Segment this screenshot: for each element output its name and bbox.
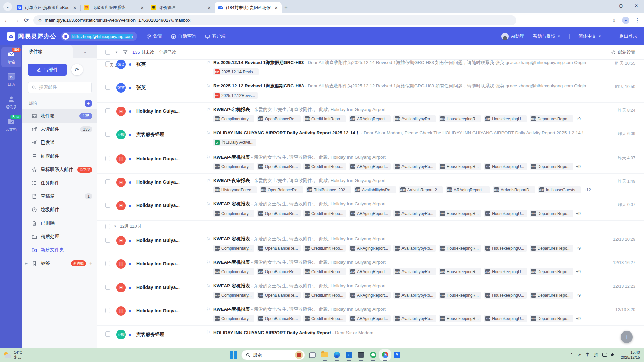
attachment-chip[interactable]: JSONDeparturesRepo... [530,268,573,275]
attachment-chip[interactable]: JSONAvailabilitybyRo... [393,292,436,299]
attachment-chip[interactable]: JSONHousekeepingU... [484,315,527,322]
more-attachments-count[interactable]: +9 [576,164,581,169]
attachment-chip[interactable]: JSONDeparturesRepo... [530,115,573,122]
select-dropdown-icon[interactable]: ▼ [115,51,118,54]
select-all-checkbox[interactable] [105,50,110,55]
add-folder-icon[interactable]: + [85,100,92,107]
mail-settings-button[interactable]: 邮箱设置 [611,49,635,55]
mail-row[interactable]: 经理宾客服务经理⚐HOLIDAY INN GUIYANG AIRPORT Dai… [97,126,644,150]
attachment-chip[interactable]: JSONOpenBalanceRe... [257,268,301,275]
mail-select-checkbox[interactable] [105,203,110,208]
refresh-button[interactable]: ⟳ [71,64,83,75]
attachment-chip[interactable]: JSONDeparturesRepo... [530,292,573,299]
finance-app-icon[interactable]: ¥ [393,351,401,359]
language-menu[interactable]: 简体中文▼ [578,33,601,39]
expand-caret-icon[interactable]: ▶ [25,262,28,265]
edge-icon[interactable] [332,351,341,359]
window-minimize-button[interactable]: — [598,0,613,11]
site-info-icon[interactable]: ⚙ [38,18,41,23]
mail-select-checkbox[interactable] [105,179,110,184]
tab-close-icon[interactable]: ✕ [72,5,78,10]
more-attachments-count[interactable]: +9 [576,293,581,298]
mail-select-checkbox[interactable] [105,308,110,313]
wechat-icon[interactable] [369,351,377,359]
tab-close-icon[interactable]: ✕ [139,5,145,10]
attachment-chip[interactable]: JSONCreditLimitRepo... [303,163,346,170]
reload-icon[interactable]: ⟳ [24,17,29,23]
browser-menu-icon[interactable]: ⋮ [635,17,640,23]
browser-tab[interactable]: 商订单点评·携程酒店eBooking✕ [13,2,80,13]
sidebar-item-任务邮件[interactable]: 任务邮件 [22,176,97,190]
attachment-chip[interactable]: JSONARAgingReport... [349,210,391,217]
attachment-chip[interactable]: JSONComplimentary... [213,245,254,252]
nav-settings[interactable]: 设置 [146,33,162,39]
attachment-chip[interactable]: JSONHousekeepingU... [484,245,527,252]
taskbar-weather-widget[interactable]: 14°C多云 [0,350,87,360]
address-input[interactable]: ⚙ mailh.qiye.163.com/static/sirius-web/?… [33,15,516,25]
attachment-chip[interactable]: JSONComplimentary... [213,163,254,170]
attachment-chip[interactable]: JSONHousekeepingR... [439,163,481,170]
add-label-icon[interactable]: + [89,260,92,266]
tab-search-chevron-icon[interactable]: ⌄ [3,2,12,11]
attachment-chip[interactable]: JSONHousekeepingR... [439,245,481,252]
sidebar-item-稍后处理[interactable]: 稍后处理 [22,230,97,243]
attachment-chip[interactable]: JSONArrivalsReportD... [493,186,535,193]
more-attachments-count[interactable]: +9 [576,117,581,121]
attachment-chip[interactable]: JSONDeparturesRepo... [530,315,573,322]
attachment-chip[interactable]: JSONHousekeepingR... [439,115,481,122]
mail-select-checkbox[interactable] [105,238,110,243]
attachment-chip[interactable]: JSONHousekeepingR... [439,292,481,299]
bookmark-star-icon[interactable]: ☆ [612,17,616,23]
attachment-chip[interactable]: JSONComplimentary... [213,268,254,275]
attachment-chip[interactable]: JSONComplimentary... [213,292,254,299]
taskbar-search-input[interactable]: 搜索 [241,350,305,360]
mail-row[interactable]: 张英张英⚐Re:2025.12.14 Revised 1海旅假期GRC-H83 … [97,60,644,79]
rail-item-docs[interactable]: 云文档Beta [1,114,21,135]
back-icon[interactable]: ← [4,17,9,23]
mail-select-checkbox[interactable] [105,331,110,337]
group-select-checkbox[interactable] [105,224,110,229]
chrome-icon[interactable] [381,351,389,359]
attachment-chip[interactable]: JSONHousekeepingR... [439,210,481,217]
mail-row[interactable]: HHoliday Inn Guiya...⚐KWEAP-宕机报表 - 亲爱的女士… [97,197,644,221]
attachment-chip[interactable]: JSONIn-HouseGuests... [538,186,581,193]
attachment-chip[interactable]: JSONComplimentary... [213,315,254,322]
attachment-chip[interactable]: JSONDeparturesRepo... [530,163,573,170]
attachment-chip[interactable]: JSONOpenBalanceRe... [257,210,301,217]
attachment-chip[interactable]: JSONHousekeepingR... [439,268,481,275]
more-attachments-count[interactable]: +9 [576,269,581,274]
browser-tab[interactable]: (184封未读) 贵阳机场假日酒...✕ [215,2,282,13]
forward-icon[interactable]: → [14,17,19,23]
sidebar-item-已删除[interactable]: 已删除 [22,217,97,230]
attachment-chip[interactable]: JSONHousekeepingU... [484,163,527,170]
more-attachments-count[interactable]: +12 [584,188,591,192]
sidebar-item-收件箱[interactable]: 收件箱135 [22,109,97,123]
attachment-chip[interactable]: JSONAvailabilitybyRo... [393,163,436,170]
folder-tab-inbox[interactable]: 收件箱 [22,45,73,58]
attachment-chip[interactable]: JSONHousekeepingU... [484,268,527,275]
attachment-chip[interactable]: JSONCreditLimitRepo... [303,245,346,252]
flag-icon[interactable]: ⚐ [206,307,211,312]
mail-select-checkbox[interactable] [105,285,110,290]
sidebar-item-已发送[interactable]: 已发送 [22,136,97,149]
attachment-chip[interactable]: JSONHistoryandForec... [213,186,257,193]
flag-icon[interactable]: ⚐ [206,236,211,242]
attachment-chip[interactable]: JSONDeparturesRepo... [530,210,573,217]
attachment-chip[interactable]: JSONTrialBalance_202... [306,186,351,193]
scroll-to-top-button[interactable]: ↑ [621,331,633,343]
sidebar-item-红旗邮件[interactable]: 红旗邮件 [22,149,97,163]
attachment-chip[interactable]: JSONOpenBalanceRe... [257,315,301,322]
flag-icon[interactable]: ⚐ [206,155,211,160]
mail-select-checkbox[interactable] [105,85,110,90]
calculator-icon[interactable] [357,351,365,359]
attachment-chip[interactable]: JSONHousekeepingU... [484,115,527,122]
mail-row[interactable]: 经理宾客服务经理⚐HOLIDAY INN GUIYANG AIRPORT Dai… [97,326,644,348]
filter-icon[interactable] [123,50,128,55]
attachment-chip[interactable]: JSONCreditLimitRepo... [303,315,346,322]
attachment-chip[interactable]: JSONARAgingReport... [349,245,391,252]
mail-row[interactable]: HHoliday Inn Guiya...⚐KWEAP-宕机报表 - 亲爱的女士… [97,103,644,126]
ime-language-button[interactable]: 中 [585,352,590,358]
attachment-chip[interactable]: JSONCreditLimitRepo... [303,268,346,275]
attachment-chip[interactable]: JSONARAgingReport_... [446,186,490,193]
attachment-chip[interactable]: JSONARAgingReport... [349,163,391,170]
